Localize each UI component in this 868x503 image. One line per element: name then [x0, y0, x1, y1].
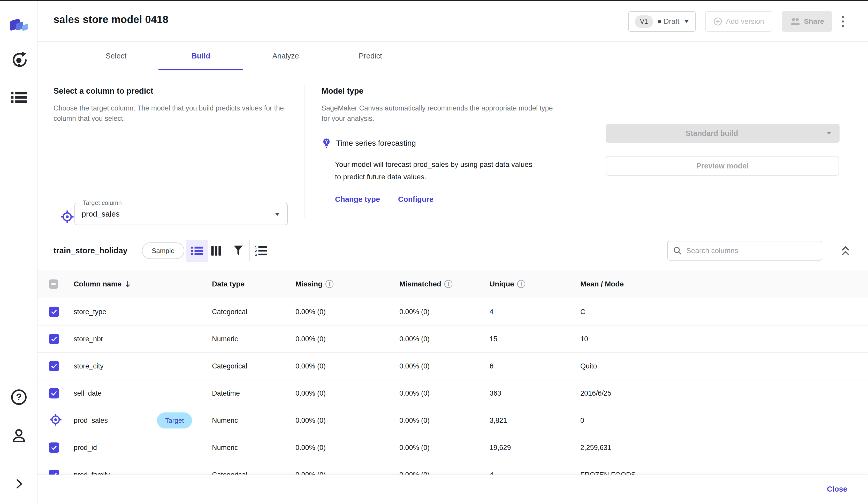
model-tabbar: SelectBuildAnalyzePredict [38, 42, 868, 70]
toolbar-divider [249, 240, 250, 261]
svg-text:?: ? [16, 392, 22, 402]
configure-link[interactable]: Configure [398, 195, 433, 204]
mean-mode-value: 0 [580, 416, 584, 424]
grid-view-icon [211, 245, 221, 256]
info-icon[interactable]: i [326, 280, 333, 288]
sorted-list-button[interactable]: 1 2 3 [254, 244, 269, 258]
model-type-detail: Your model will forecast prod_sales by u… [335, 158, 539, 183]
help-icon[interactable]: ? [0, 389, 38, 406]
mean-mode-value: 10 [580, 335, 588, 343]
row-checkbox[interactable] [49, 388, 59, 399]
page-title: sales store model 0418 [53, 14, 168, 26]
unique-value: 6 [489, 362, 494, 370]
column-name: prod_sales [74, 416, 108, 425]
sort-descending-icon[interactable] [125, 281, 131, 288]
table-row: prod_idNumeric0.00% (0)0.00% (0)19,6292,… [38, 434, 868, 461]
list-view-button[interactable] [186, 240, 208, 262]
missing-value: 0.00% (0) [296, 362, 326, 370]
info-icon[interactable]: i [517, 280, 525, 288]
data-type: Numeric [212, 416, 238, 424]
svg-text:2: 2 [255, 249, 257, 253]
data-type: Numeric [212, 444, 238, 452]
sample-badge[interactable]: Sample [142, 242, 184, 259]
dataset-name: train_store_holiday [53, 240, 127, 262]
build-panel: Select a column to predict Choose the ta… [38, 70, 868, 228]
table-row: sell_dateDatetime0.00% (0)0.00% (0)36320… [38, 380, 868, 407]
share-label: Share [804, 17, 824, 26]
mean-mode-value: C [580, 308, 586, 316]
unique-value: 363 [489, 390, 501, 397]
mismatched-value: 0.00% (0) [399, 308, 430, 316]
info-icon[interactable]: i [444, 280, 452, 288]
column-name: store_city [74, 362, 104, 370]
tab-build[interactable]: Build [158, 42, 243, 70]
tab-label: Analyze [272, 52, 299, 60]
row-checkbox[interactable] [49, 306, 59, 317]
unique-value: 15 [489, 335, 497, 343]
collapse-panel-button[interactable] [838, 243, 853, 259]
col-header-missing: Missing [296, 280, 322, 288]
add-version-label: Add version [726, 17, 764, 26]
change-type-link[interactable]: Change type [335, 195, 380, 204]
target-icon [49, 413, 62, 428]
mismatched-value: 0.00% (0) [399, 335, 430, 343]
chevron-down-icon [826, 131, 831, 135]
tab-select[interactable]: Select [74, 42, 158, 70]
mismatched-value: 0.00% (0) [399, 416, 430, 424]
mismatched-value: 0.00% (0) [399, 444, 430, 452]
more-options-button[interactable] [841, 16, 844, 28]
unique-value: 3,821 [489, 416, 507, 424]
my-models-icon[interactable] [0, 51, 38, 69]
mean-mode-value: 2016/6/25 [580, 390, 611, 397]
chevron-down-icon [275, 213, 280, 216]
target-column-value: prod_sales [75, 203, 287, 224]
row-checkbox[interactable] [49, 442, 59, 453]
share-button[interactable]: Share [782, 11, 832, 32]
target-column-label: Target column [80, 199, 124, 207]
filter-icon [233, 245, 244, 256]
account-icon[interactable] [0, 427, 38, 444]
col-header-unique: Unique [489, 280, 514, 288]
column-name: store_nbr [74, 335, 103, 343]
build-options-caret[interactable] [818, 124, 839, 143]
tab-predict[interactable]: Predict [328, 42, 413, 70]
select-all-checkbox[interactable] [49, 280, 58, 289]
target-badge: Target [157, 412, 192, 429]
column-name: sell_date [74, 390, 102, 398]
mismatched-value: 0.00% (0) [399, 362, 430, 370]
search-columns-input[interactable] [686, 247, 810, 255]
version-selector[interactable]: V1 Draft [628, 11, 696, 32]
close-button[interactable]: Close [827, 475, 847, 503]
section-divider [572, 85, 572, 218]
filter-button[interactable] [232, 244, 245, 258]
version-badge: V1 [635, 15, 653, 28]
version-status-label: Draft [664, 17, 680, 26]
recommended-model-type: Time series forecasting [336, 138, 416, 148]
tab-label: Select [106, 52, 127, 60]
kebab-icon [841, 16, 844, 28]
row-checkbox[interactable] [49, 334, 59, 344]
expand-sidebar-icon[interactable] [0, 477, 38, 490]
table-row: prod_salesTargetNumeric0.00% (0)0.00% (0… [38, 407, 868, 434]
sidebar-divider [7, 461, 30, 461]
list-view-icon [191, 246, 203, 256]
add-version-button[interactable]: Add version [705, 11, 772, 32]
tab-label: Predict [359, 52, 382, 60]
tab-label: Build [192, 52, 210, 60]
tab-analyze[interactable]: Analyze [243, 42, 328, 70]
data-type: Datetime [212, 390, 240, 397]
target-column-select[interactable]: Target column prod_sales [74, 203, 288, 225]
model-type-description: SageMaker Canvas automatically recommend… [322, 103, 557, 124]
standard-build-button[interactable]: Standard build [606, 124, 839, 143]
search-icon [673, 246, 682, 255]
grid-view-button[interactable] [210, 244, 223, 257]
svg-text:3: 3 [255, 253, 257, 256]
preview-model-button[interactable]: Preview model [606, 156, 839, 176]
sorted-list-icon: 1 2 3 [255, 245, 268, 256]
unique-value: 19,629 [489, 444, 511, 452]
datasets-list-icon[interactable] [0, 91, 38, 104]
column-name: prod_id [74, 444, 97, 452]
row-checkbox[interactable] [49, 361, 59, 371]
svg-text:1: 1 [255, 245, 257, 249]
mean-mode-value: Quito [580, 362, 597, 370]
